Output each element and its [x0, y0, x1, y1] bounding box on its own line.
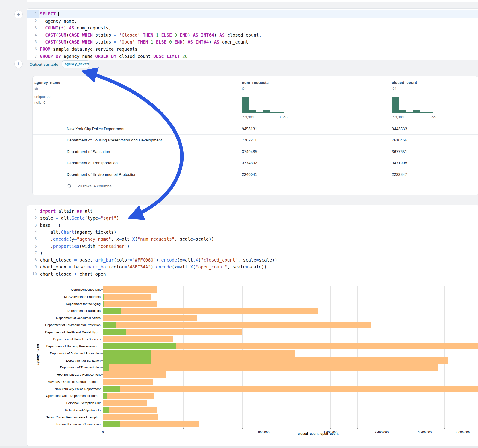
closed-count-bar [103, 322, 371, 328]
y-axis-label: New York City Police Department [38, 387, 101, 391]
y-axis-tick [101, 367, 103, 367]
y-axis-label: Department of Parks and Recreation [38, 352, 101, 355]
y-axis-label: Department of Consumer Affairs [38, 316, 101, 320]
open-count-bar [103, 308, 121, 314]
cell-agency-name: New York City Police Department [67, 123, 124, 135]
code-line[interactable]: 1⌄SELECT [27, 10, 478, 18]
line-number: 9 [27, 263, 37, 271]
line-number: 6 [27, 243, 37, 250]
y-axis-label: Personal Exemption Unit [38, 401, 101, 405]
x-axis-tick-label: 1,600,000 [323, 430, 337, 434]
y-axis-tick [101, 403, 103, 403]
code-line[interactable]: 4 alt.Chart(agency_tickets) [27, 229, 478, 236]
column-header[interactable]: agency_name [34, 81, 60, 85]
gridline [393, 286, 393, 428]
code-line[interactable]: 8chart_closed = base.mark_bar(color="#FF… [27, 256, 478, 264]
gridline [300, 286, 300, 428]
gridline [404, 286, 404, 428]
y-axis-tick [101, 332, 103, 332]
code-line[interactable]: 5 CAST(SUM(CASE WHEN status = 'Open' THE… [27, 38, 478, 46]
open-count-bar [103, 322, 116, 328]
code-line[interactable]: 4 CAST(SUM(CASE WHEN status = 'Closed' T… [27, 31, 478, 39]
altair-chart: agency_name closed_count, open_count Cor… [27, 284, 478, 446]
code-text: scale = alt.Scale(type="sqrt") [40, 215, 478, 222]
line-number: 1 [27, 10, 37, 18]
cell-num-requests: 3749485 [242, 146, 257, 157]
y-axis-tick [101, 304, 103, 304]
code-line[interactable]: 6 .properties(width="container") [27, 243, 478, 250]
gridline [183, 286, 183, 428]
gridline [370, 286, 370, 428]
closed-count-bar [103, 286, 157, 293]
add-cell-button-top[interactable]: + [14, 10, 23, 19]
code-line[interactable]: 9chart_open = base.mark_bar(color="#8BC3… [27, 263, 478, 271]
table-bottom-border [33, 180, 478, 180]
gridline [444, 286, 445, 428]
x-axis-title: closed_count, open_count [272, 432, 364, 436]
column-histogram [392, 97, 434, 113]
y-axis-tick [101, 374, 103, 375]
gridline [344, 286, 345, 428]
code-line[interactable]: 6FROM sample_data.nyc.service_requests [27, 46, 478, 53]
cell-num-requests: 9453131 [242, 123, 257, 135]
code-text: chart_open = base.mark_bar(color="#8BC34… [40, 263, 478, 271]
cell-num-requests: 7782211 [242, 135, 257, 146]
line-number: 10 [27, 271, 37, 278]
column-header[interactable]: num_requests [242, 81, 269, 85]
y-axis-label: Department of Homeless Services [38, 337, 101, 341]
open-count-bar [103, 350, 151, 356]
y-axis-label: Department of Environmental Protection [38, 323, 101, 327]
closed-count-bar [103, 336, 173, 342]
code-line[interactable]: 10chart_closed + chart_open [27, 271, 478, 278]
gridline [264, 286, 264, 428]
gridline [283, 286, 283, 428]
y-axis-tick [101, 361, 103, 361]
closed-count-bar [103, 372, 166, 378]
y-axis-tick [101, 346, 103, 346]
gridline [472, 286, 472, 428]
code-line[interactable]: 7) [27, 249, 478, 257]
line-number: 4 [27, 31, 37, 39]
code-line[interactable]: 3 COUNT(*) AS num_requests, [27, 25, 478, 31]
code-line[interactable]: 5 .encode(y="agency_name", x=alt.X("num_… [27, 236, 478, 243]
code-text: base = ( [40, 222, 478, 229]
code-line[interactable]: 2 agency_name, [27, 18, 478, 25]
column-header[interactable]: closed_count [392, 81, 417, 85]
closed-count-bar [103, 386, 478, 392]
code-line[interactable]: 3⌄base = ( [27, 222, 478, 229]
open-count-bar [103, 393, 107, 399]
search-icon[interactable] [67, 184, 72, 189]
x-axis-tick-label: 2,400,000 [375, 430, 389, 434]
closed-count-bar [103, 414, 158, 420]
code-text: chart_closed = base.mark_bar(color="#FFC… [40, 256, 478, 264]
table-row: Department of Transportation377489234719… [33, 157, 478, 169]
open-count-bar [103, 329, 126, 335]
cell-closed-count: 3677651 [392, 146, 407, 157]
y-axis-label: Department of Housing Preservation … [38, 344, 101, 348]
code-line[interactable]: 1import altair as alt [27, 208, 478, 215]
y-axis-label: Senior Citizen Rent Increase Exempti… [38, 416, 101, 419]
code-line[interactable]: 7GROUP BY agency_name ORDER BY closed_co… [27, 53, 478, 60]
column-histogram [242, 97, 284, 113]
y-axis-label: Department of Buildings [38, 309, 101, 312]
code-text: CAST(SUM(CASE WHEN status = 'Closed' THE… [40, 31, 478, 39]
table-body: New York City Police Department945313194… [32, 123, 478, 180]
x-axis-domain-line [103, 428, 478, 428]
gridline [463, 286, 463, 428]
line-number: 7 [27, 249, 37, 257]
line-number: 3 [27, 25, 37, 31]
add-cell-button-middle[interactable]: + [14, 60, 23, 68]
closed-count-bar [103, 379, 153, 385]
gridline [242, 286, 243, 428]
code-text: alt.Chart(agency_tickets) [40, 229, 478, 236]
table-row-count: 20 rows, 4 columns [78, 184, 111, 188]
code-line[interactable]: 2scale = alt.Scale(type="sqrt") [27, 215, 478, 222]
gridline [316, 286, 316, 428]
y-axis-label: Mayorâ€ s Office of Special Enforce… [38, 380, 101, 384]
y-axis-label: Refunds and Adjustments [38, 408, 101, 412]
output-variable-pill[interactable]: agency_tickets [62, 60, 89, 68]
output-variable-label: Output variable: [30, 62, 59, 67]
line-number: 4 [27, 229, 37, 236]
histogram-max-label: 9.5e6 [279, 115, 288, 119]
y-axis-tick [101, 396, 103, 396]
